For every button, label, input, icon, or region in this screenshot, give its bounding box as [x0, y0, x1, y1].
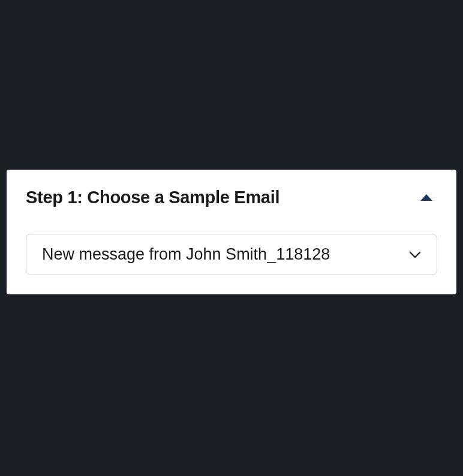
panel-header[interactable]: Step 1: Choose a Sample Email: [26, 188, 437, 207]
collapse-caret-up-icon[interactable]: [420, 194, 432, 201]
chevron-down-icon: [409, 251, 421, 258]
sample-email-dropdown[interactable]: New message from John Smith_118128: [26, 234, 437, 275]
dropdown-selected-value: New message from John Smith_118128: [42, 245, 330, 264]
panel-title: Step 1: Choose a Sample Email: [26, 188, 279, 207]
step-panel: Step 1: Choose a Sample Email New messag…: [7, 170, 456, 294]
